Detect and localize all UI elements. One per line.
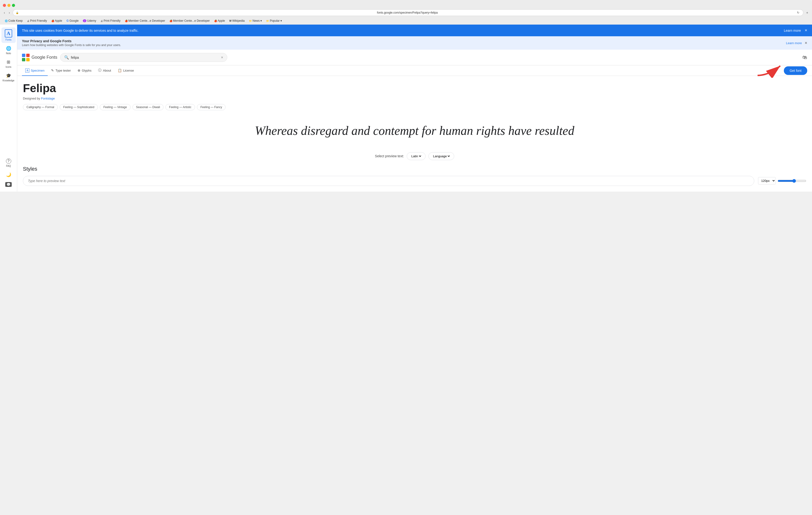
preview-text-input[interactable]: [23, 176, 754, 186]
bookmark-news[interactable]: 📁 News ▾: [247, 18, 264, 23]
latin-dropdown[interactable]: Latin: [407, 152, 426, 160]
specimen-tab-icon: A: [25, 68, 29, 73]
reload-button[interactable]: ↻: [796, 10, 800, 15]
latin-select[interactable]: Latin: [410, 154, 422, 158]
sidebar-knowledge-label: Knowledge: [3, 79, 14, 82]
svg-rect-1: [26, 54, 30, 57]
search-clear-button[interactable]: ×: [221, 55, 223, 60]
search-box[interactable]: 🔍 ×: [60, 53, 227, 62]
bookmark-wikipedia[interactable]: W Wikipedia: [228, 18, 246, 23]
bookmark-popular[interactable]: 📁 Popular ▾: [264, 18, 284, 23]
minimize-window-button[interactable]: [7, 4, 10, 7]
privacy-learn-more-link[interactable]: Learn more: [786, 41, 802, 45]
font-size-selector[interactable]: 120px 96px 64px 48px 32px: [758, 177, 776, 184]
bookmark-print-friendly-1[interactable]: 🖨 Print Friendly: [25, 18, 49, 23]
bookmark-google[interactable]: G Google: [64, 18, 81, 23]
tab-specimen[interactable]: A Specimen: [22, 66, 48, 76]
bookmark-label: Google: [69, 19, 79, 23]
sidebar-item-dark-mode[interactable]: 🌙: [1, 170, 16, 179]
address-bar[interactable]: 🔒 fonts.google.com/specimen/Felipa?query…: [13, 9, 803, 16]
bookmark-member-center-2[interactable]: 🍎 Member Cente...e Developer: [168, 18, 212, 23]
fonts-icon: A: [5, 29, 12, 37]
bookmark-label: News ▾: [253, 19, 262, 23]
preview-sample-text: Whereas disregard and contempt for human…: [23, 123, 806, 139]
bookmark-member-center-1[interactable]: 🍎 Member Cente...e Developer: [123, 18, 167, 23]
maximize-window-button[interactable]: [12, 4, 15, 7]
sidebar-item-faq[interactable]: ? FAQ: [1, 156, 16, 169]
sidebar-item-knowledge[interactable]: 🎓 Knowledge: [1, 71, 16, 84]
bookmark-code-keep[interactable]: 🌐 Code Keep: [3, 18, 25, 23]
bookmark-apple-2[interactable]: 🍎 Apple: [212, 18, 227, 23]
preview-controls: Select preview text: Latin Language: [17, 148, 812, 166]
cookie-banner: This site uses cookies from Google to de…: [17, 25, 812, 36]
udemy-icon: U: [83, 19, 86, 22]
bookmark-label: Print Friendly: [30, 19, 47, 23]
sidebar-item-fonts[interactable]: A Fonts: [1, 27, 16, 43]
cookie-banner-text: This site uses cookies from Google to de…: [22, 29, 139, 32]
designed-by: Designed by Fontstage: [23, 97, 806, 100]
font-tag-calligraphy[interactable]: Calligraphy — Formal: [23, 104, 58, 110]
search-input[interactable]: [71, 56, 219, 59]
privacy-notice: Your Privacy and Google Fonts Learn how …: [17, 36, 812, 50]
tabs-and-button-bar: A Specimen ✎ Type tester ⊕ Glyphs ⓘ Abou…: [17, 65, 812, 76]
google-fonts-logo[interactable]: Google Fonts: [22, 54, 57, 61]
font-tag-sophisticated[interactable]: Feeling — Sophisticated: [60, 104, 98, 110]
svg-rect-3: [26, 58, 30, 61]
wikipedia-icon: W: [229, 20, 232, 22]
feedback-icon: 💬: [5, 182, 12, 187]
svg-rect-0: [22, 54, 25, 57]
get-font-button-container: Get font: [784, 66, 807, 75]
sidebar-item-feedback[interactable]: 💬: [1, 180, 16, 189]
bookmark-udemy[interactable]: U Udemy: [81, 18, 98, 23]
new-tab-button[interactable]: +: [805, 10, 809, 15]
font-tag-diwali[interactable]: Seasonal — Diwali: [133, 104, 164, 110]
tab-type-tester[interactable]: ✎ Type tester: [48, 66, 74, 76]
preview-label: Select preview text:: [375, 154, 404, 158]
sidebar-item-icons[interactable]: ⊞ Icons: [1, 58, 16, 70]
about-icon: ⓘ: [98, 68, 102, 73]
tab-about-label: About: [103, 69, 111, 72]
size-control: 120px 96px 64px 48px 32px: [758, 177, 806, 184]
banner-actions: Learn more ×: [784, 28, 807, 33]
folder-icon: 📁: [249, 20, 252, 22]
get-font-button[interactable]: Get font: [784, 66, 807, 75]
language-select[interactable]: Language: [432, 154, 451, 158]
traffic-lights: [3, 2, 809, 8]
google-fonts-logo-icon: [22, 54, 30, 61]
font-name: Felipa: [23, 82, 806, 95]
faq-icon: ?: [6, 159, 11, 164]
font-tag-fancy[interactable]: Feeling — Fancy: [197, 104, 226, 110]
designer-link[interactable]: Fontstage: [41, 97, 55, 100]
tab-glyphs[interactable]: ⊕ Glyphs: [74, 66, 95, 76]
bookmark-apple-1[interactable]: 🍎 Apple: [50, 18, 64, 23]
apple-2-icon: 🍎: [125, 20, 128, 22]
font-preview: Whereas disregard and contempt for human…: [17, 113, 812, 148]
sidebar-item-noto[interactable]: 🌐 Noto: [1, 44, 16, 57]
font-tag-artistic[interactable]: Feeling — Artistic: [166, 104, 195, 110]
font-size-slider[interactable]: [778, 179, 806, 183]
cookie-learn-more-link[interactable]: Learn more: [784, 29, 801, 32]
search-icon: 🔍: [64, 55, 69, 60]
language-dropdown[interactable]: Language: [429, 152, 454, 160]
back-button[interactable]: ‹: [3, 10, 6, 15]
forward-button[interactable]: ›: [8, 10, 11, 15]
close-window-button[interactable]: [3, 4, 6, 7]
tab-specimen-label: Specimen: [31, 69, 45, 72]
cookie-banner-close-button[interactable]: ×: [805, 28, 807, 33]
sidebar-bottom: ? FAQ 🌙 💬: [1, 156, 16, 189]
tab-about[interactable]: ⓘ About: [95, 65, 114, 76]
bookmark-print-friendly-2[interactable]: 🖨 Print Friendly: [98, 18, 122, 23]
tab-license[interactable]: 📋 License: [114, 66, 137, 76]
font-tag-vintage[interactable]: Feeling — Vintage: [100, 104, 130, 110]
print-friendly-icon: 🖨: [27, 20, 29, 22]
url-text[interactable]: fonts.google.com/specimen/Felipa?query=f…: [20, 11, 794, 14]
styles-section: Styles 120px 96px 64px 48px 32px: [17, 166, 812, 192]
bookmark-label: Print Friendly: [104, 19, 120, 23]
sidebar: A Fonts 🌐 Noto ⊞ Icons 🎓 Knowledge ? FAQ…: [0, 25, 17, 192]
privacy-actions: Learn more ×: [786, 40, 807, 46]
cart-button[interactable]: 🛍: [803, 55, 807, 60]
license-icon: 📋: [118, 68, 122, 72]
sidebar-fonts-label: Fonts: [5, 38, 11, 41]
styles-heading: Styles: [23, 166, 806, 172]
privacy-close-button[interactable]: ×: [805, 40, 807, 46]
